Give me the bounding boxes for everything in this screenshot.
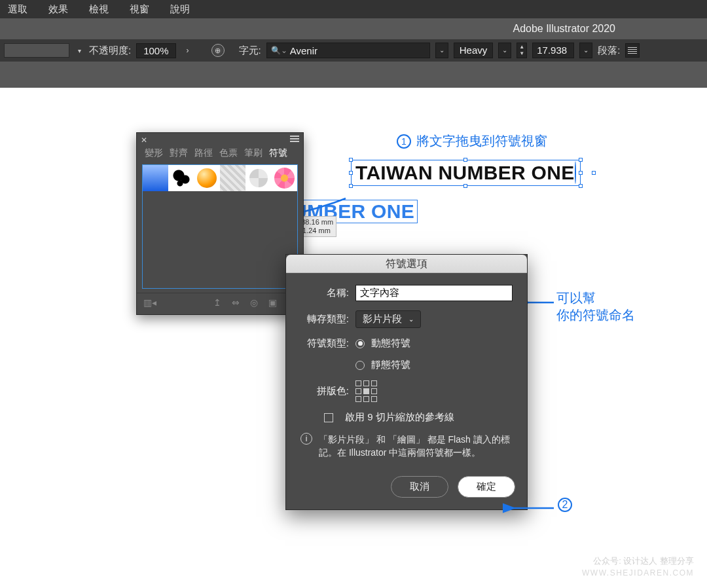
canvas-text-object[interactable]: TAIWAN NUMBER ONE	[351, 160, 581, 186]
type-out-port[interactable]	[592, 171, 596, 175]
symbol-libraries-icon[interactable]: ▥◂	[143, 297, 156, 308]
font-family-dropdown-icon[interactable]: ⌄	[435, 43, 448, 58]
radio-dynamic-label: 動態符號	[371, 337, 410, 350]
tab-symbols[interactable]: 符號	[266, 146, 290, 160]
type-out-indicator	[575, 161, 576, 184]
name-label: 名稱:	[300, 287, 349, 299]
selection-handle[interactable]	[579, 171, 583, 175]
nine-slice-checkbox[interactable]	[324, 413, 333, 422]
tab-align[interactable]: 對齊	[167, 146, 190, 160]
spacer-bar	[0, 62, 707, 88]
step-2-badge: 2	[558, 498, 572, 512]
dialog-title: 符號選項	[286, 255, 527, 273]
break-link-icon[interactable]: ⇔	[232, 297, 240, 308]
symbol-thumb-inkblot[interactable]	[168, 165, 194, 191]
chevron-down-icon: ⌄	[408, 316, 414, 323]
paragraph-label: 段落:	[598, 45, 620, 57]
selection-handle[interactable]	[579, 158, 583, 162]
app-title-bar: Adobe Illustrator 2020	[0, 18, 707, 39]
menu-effect[interactable]: 效果	[47, 2, 69, 17]
paragraph-align-icon[interactable]	[625, 43, 640, 58]
opacity-value[interactable]: 100%	[136, 43, 175, 58]
dialog-note-text: 「影片片段」 和 「繪圖」 都是 Flash 讀入的標記。在 Illustrat…	[319, 433, 513, 459]
search-icon: 🔍⌄	[271, 46, 287, 55]
callout-step-1: 1 將文字拖曳到符號視窗	[397, 132, 547, 150]
app-title: Adobe Illustrator 2020	[513, 23, 615, 35]
panel-tabs: 變形 對齊 路徑 色票 筆刷 符號	[137, 133, 303, 164]
tab-transform[interactable]: 變形	[142, 146, 166, 160]
panel-close-icon[interactable]: ✕	[141, 136, 147, 145]
selection-handle[interactable]	[579, 184, 583, 188]
opacity-label: 不透明度:	[89, 45, 131, 57]
fill-swatch[interactable]	[4, 43, 69, 58]
fill-dropdown-icon[interactable]: ▾	[75, 43, 84, 58]
step-1-badge: 1	[397, 134, 411, 149]
symbols-panel[interactable]: ✕ 變形 對齊 路徑 色票 筆刷 符號 ▥◂ ↥ ⇔ ◎ ▣ 🗑	[136, 132, 304, 315]
character-label: 字元:	[239, 45, 261, 57]
selection-handle[interactable]	[349, 171, 353, 175]
size-stepper[interactable]: ▲▼	[517, 43, 527, 58]
menu-bar: 選取 效果 檢視 視窗 說明	[0, 0, 707, 18]
callout-2-line2: 你的符號命名	[556, 306, 635, 323]
watermark-line2: WWW.SHEJIDAREN.COM	[582, 567, 694, 579]
font-name: Avenir	[290, 45, 317, 56]
export-type-label: 轉存類型:	[300, 313, 349, 325]
callout-2-line1: 可以幫	[556, 289, 635, 306]
radio-dynamic[interactable]	[355, 339, 365, 348]
radio-static-label: 靜態符號	[371, 359, 410, 371]
symbol-thumb-ribbon[interactable]	[245, 165, 271, 191]
panel-footer: ▥◂ ↥ ⇔ ◎ ▣ 🗑	[137, 293, 303, 314]
symbol-options-dialog: 符號選項 名稱: 轉存類型: 影片片段 ⌄ 符號類型: 動態符號 靜態符號 拼版…	[285, 254, 528, 510]
cancel-button[interactable]: 取消	[391, 476, 448, 498]
symbol-options-icon[interactable]: ◎	[250, 297, 258, 308]
globe-icon[interactable]: ⊕	[211, 44, 225, 57]
symbol-thumb-gradient[interactable]	[143, 165, 168, 191]
menu-help[interactable]: 說明	[169, 2, 191, 17]
tab-swatches[interactable]: 色票	[217, 146, 240, 160]
menu-select[interactable]: 選取	[7, 2, 29, 17]
font-weight-dropdown-icon[interactable]: ⌄	[498, 43, 511, 58]
dialog-note: i 「影片片段」 和 「繪圖」 都是 Flash 讀入的標記。在 Illustr…	[300, 433, 513, 459]
radio-static[interactable]	[355, 361, 365, 370]
step-2-arrow-icon	[500, 503, 556, 513]
symbol-thumb-flower[interactable]	[272, 165, 297, 191]
selection-handle[interactable]	[349, 158, 353, 162]
tab-pathfinder[interactable]: 路徑	[192, 146, 215, 160]
font-size-field[interactable]: 17.938	[532, 43, 574, 58]
step-1-text: 將文字拖曳到符號視窗	[416, 132, 547, 150]
opacity-arrow-icon[interactable]: ›	[181, 46, 194, 55]
callout-naming: 可以幫 你的符號命名	[556, 289, 635, 323]
symbol-thumb-orb[interactable]	[194, 165, 220, 191]
selection-handle[interactable]	[463, 184, 467, 188]
export-type-select[interactable]: 影片片段 ⌄	[355, 310, 421, 328]
tab-brushes[interactable]: 筆刷	[242, 146, 265, 160]
canvas-text-content: TAIWAN NUMBER ONE	[355, 162, 575, 183]
font-family-field[interactable]: 🔍⌄ Avenir	[266, 43, 430, 58]
info-icon: i	[300, 433, 312, 445]
nine-slice-label: 啟用 9 切片縮放的參考線	[345, 411, 454, 424]
watermark-line1: 公众号: 设计达人 整理分享	[582, 555, 694, 567]
symbols-drop-area[interactable]	[142, 164, 298, 289]
selection-handle[interactable]	[463, 158, 467, 162]
registration-label: 拼版色:	[300, 385, 349, 397]
control-bar: ▾ 不透明度: 100% › ⊕ 字元: 🔍⌄ Avenir ⌄ Heavy ⌄…	[0, 39, 707, 62]
ok-button[interactable]: 確定	[458, 476, 515, 498]
font-size-dropdown-icon[interactable]: ⌄	[579, 43, 592, 58]
watermark: 公众号: 设计达人 整理分享 WWW.SHEJIDAREN.COM	[582, 555, 694, 579]
registration-grid[interactable]	[355, 380, 377, 402]
menu-window[interactable]: 視窗	[128, 2, 151, 17]
menu-view[interactable]: 檢視	[88, 2, 110, 17]
symbol-type-label: 符號類型:	[300, 337, 349, 350]
symbol-name-input[interactable]	[355, 285, 513, 301]
export-type-value: 影片片段	[363, 313, 402, 325]
new-symbol-icon[interactable]: ▣	[268, 297, 277, 308]
panel-menu-icon[interactable]	[290, 136, 299, 142]
font-weight-field[interactable]: Heavy	[454, 43, 494, 58]
place-symbol-icon[interactable]: ↥	[213, 297, 221, 308]
symbol-thumb-pattern[interactable]	[220, 165, 245, 191]
